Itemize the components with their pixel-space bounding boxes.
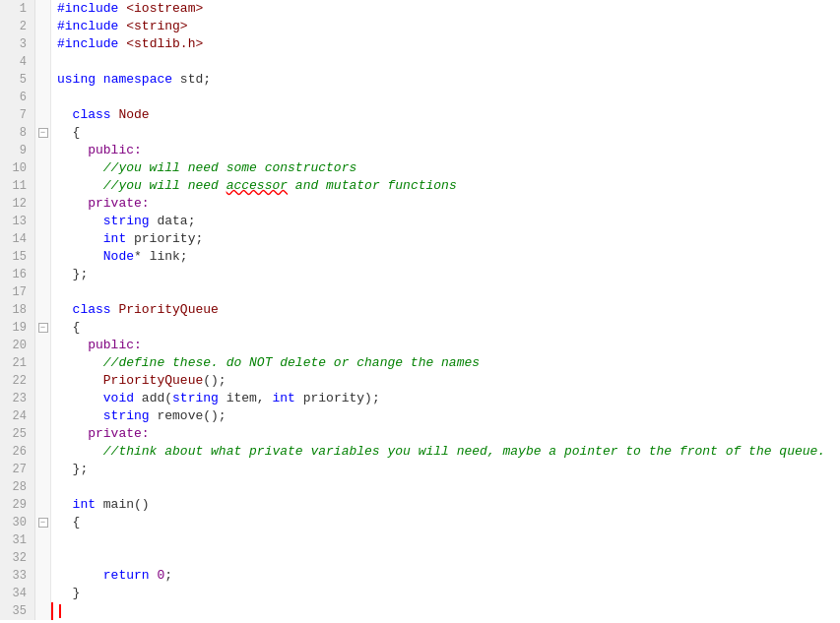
fold-area[interactable]: − — [35, 124, 51, 142]
fold-area — [35, 301, 51, 319]
line-number: 21 — [0, 354, 35, 372]
line-number: 28 — [0, 478, 35, 496]
line-number: 1 — [0, 0, 35, 18]
code-token: main() — [96, 497, 150, 512]
fold-icon[interactable]: − — [38, 518, 48, 528]
code-token: using — [57, 72, 96, 87]
line-number: 15 — [0, 248, 35, 266]
fold-area[interactable]: − — [35, 319, 51, 337]
fold-area — [35, 425, 51, 443]
line-content: private: — [51, 195, 840, 213]
code-token: remove(); — [150, 408, 226, 423]
fold-area — [35, 248, 51, 266]
line-26: 26 //think about what private variables … — [0, 443, 840, 461]
line-content: private: — [51, 425, 840, 443]
line-content: { — [51, 319, 840, 337]
code-token — [57, 338, 88, 352]
line-number: 23 — [0, 390, 35, 407]
code-token: and mutator functions — [288, 178, 457, 193]
code-token: accessor — [226, 178, 288, 193]
code-token: (); — [203, 373, 226, 388]
line-number: 14 — [0, 230, 35, 248]
line-content: PriorityQueue(); — [51, 372, 840, 390]
fold-area — [35, 18, 51, 35]
code-token: string — [103, 214, 150, 228]
fold-area — [35, 496, 51, 514]
line-19: 19− { — [0, 319, 840, 337]
line-content: //think about what private variables you… — [51, 443, 840, 461]
line-content — [51, 602, 840, 620]
line-content: class PriorityQueue — [51, 301, 840, 319]
code-token — [57, 302, 73, 317]
fold-area — [35, 159, 51, 177]
line-number: 20 — [0, 337, 35, 354]
code-token — [57, 143, 88, 157]
code-token — [57, 355, 103, 370]
code-token — [57, 426, 88, 441]
line-number: 19 — [0, 319, 35, 337]
fold-area — [35, 35, 51, 53]
fold-area — [35, 177, 51, 195]
code-token: }; — [57, 462, 88, 476]
code-editor[interactable]: 1#include <iostream>2#include <string>3#… — [0, 0, 840, 623]
line-content: }; — [51, 461, 840, 478]
line-number: 16 — [0, 266, 35, 283]
code-token — [57, 497, 73, 512]
code-token: <iostream> — [126, 1, 203, 16]
fold-area — [35, 142, 51, 159]
line-number: 26 — [0, 443, 35, 461]
code-token: int — [272, 391, 294, 405]
code-token — [57, 249, 103, 264]
code-token: //think about what private variables you… — [103, 444, 825, 459]
line-number: 29 — [0, 496, 35, 514]
line-27: 27 }; — [0, 461, 840, 478]
fold-icon[interactable]: − — [38, 128, 48, 138]
code-token: string — [103, 408, 150, 423]
line-7: 7 class Node — [0, 106, 840, 124]
code-token: PriorityQueue — [118, 302, 218, 317]
line-number: 17 — [0, 283, 35, 301]
code-token: <stdlib.h> — [126, 36, 203, 51]
code-token: Node — [103, 249, 134, 264]
line-18: 18 class PriorityQueue — [0, 301, 840, 319]
line-content — [51, 53, 840, 71]
line-21: 21 //define these. do NOT delete or chan… — [0, 354, 840, 372]
line-number: 2 — [0, 18, 35, 35]
code-token — [57, 214, 103, 228]
code-token: Node — [118, 107, 149, 122]
code-token: namespace — [103, 72, 172, 87]
line-number: 8 — [0, 124, 35, 142]
code-token — [57, 160, 103, 175]
code-token: public: — [88, 143, 142, 157]
line-20: 20 public: — [0, 337, 840, 354]
text-cursor — [59, 604, 61, 618]
line-number: 30 — [0, 514, 35, 531]
code-token: #include — [57, 19, 118, 33]
line-content — [51, 478, 840, 496]
line-content: }; — [51, 266, 840, 283]
fold-area[interactable]: − — [35, 514, 51, 531]
code-token — [57, 408, 103, 423]
line-34: 34 } — [0, 585, 840, 602]
line-number: 35 — [0, 602, 35, 620]
code-token: ; — [164, 568, 172, 583]
fold-area — [35, 602, 51, 620]
line-number: 10 — [0, 159, 35, 177]
line-number: 13 — [0, 213, 35, 230]
line-content: using namespace std; — [51, 71, 840, 89]
line-content: public: — [51, 337, 840, 354]
line-number: 34 — [0, 585, 35, 602]
code-token — [57, 107, 73, 122]
fold-area — [35, 195, 51, 213]
code-token: priority); — [295, 391, 380, 405]
code-token: item, — [219, 391, 273, 405]
fold-area — [35, 585, 51, 602]
line-32: 32 — [0, 549, 840, 567]
fold-icon[interactable]: − — [38, 323, 48, 333]
fold-area — [35, 213, 51, 230]
fold-area — [35, 531, 51, 549]
fold-area — [35, 567, 51, 585]
fold-area — [35, 354, 51, 372]
code-token — [57, 391, 103, 405]
line-17: 17 — [0, 283, 840, 301]
